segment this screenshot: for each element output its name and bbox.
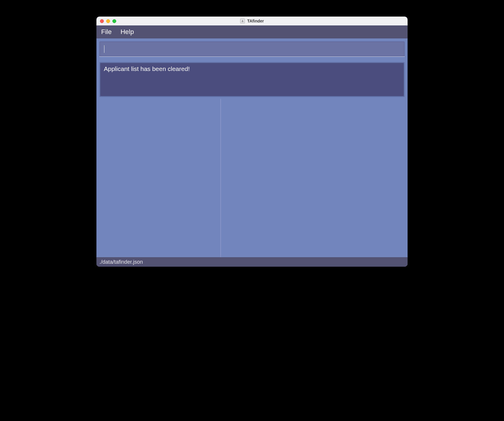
command-box[interactable]: [99, 41, 405, 56]
window-title: TAfinder: [247, 19, 264, 23]
status-path: ./data/tafinder.json: [99, 259, 143, 265]
app-window: TAfinder File Help Applicant list has be…: [96, 17, 408, 267]
result-box: Applicant list has been cleared!: [99, 62, 405, 97]
menu-bar: File Help: [96, 25, 408, 38]
app-icon: [240, 19, 245, 23]
command-input[interactable]: [104, 46, 400, 52]
title-center: TAfinder: [96, 19, 408, 23]
window-controls: [96, 19, 116, 23]
command-area: [96, 38, 408, 56]
result-message: Applicant list has been cleared!: [104, 65, 190, 72]
menu-file[interactable]: File: [101, 28, 112, 36]
left-panel: [96, 99, 220, 257]
right-panel: [221, 99, 408, 257]
result-area: Applicant list has been cleared!: [96, 62, 408, 97]
content-split: [96, 99, 408, 257]
menu-help[interactable]: Help: [120, 28, 134, 36]
maximize-button[interactable]: [112, 19, 116, 23]
title-bar: TAfinder: [96, 17, 408, 25]
close-button[interactable]: [100, 19, 104, 23]
minimize-button[interactable]: [106, 19, 110, 23]
status-bar: ./data/tafinder.json: [96, 257, 408, 267]
